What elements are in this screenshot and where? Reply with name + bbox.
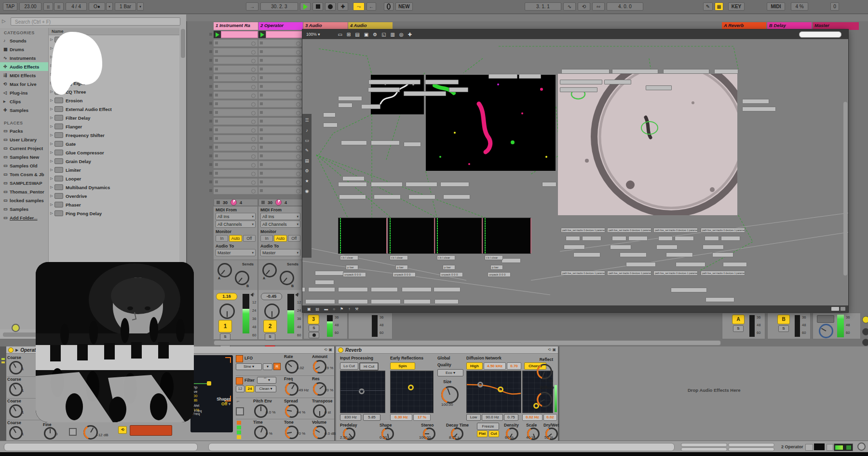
max-object-box-labeled[interactable]: p bar bbox=[490, 265, 503, 270]
scene-stop-dot[interactable] bbox=[209, 172, 212, 175]
quality-chooser[interactable]: Eco ▾ bbox=[437, 369, 463, 376]
send-b-knob[interactable]: B bbox=[280, 271, 294, 285]
clip-play-button[interactable] bbox=[258, 31, 266, 38]
scene-stop-dot[interactable] bbox=[209, 128, 212, 131]
max-object-box[interactable] bbox=[620, 252, 647, 257]
scene-stop-dot[interactable] bbox=[209, 146, 212, 149]
input-freq-value[interactable]: 830 Hz bbox=[340, 414, 361, 421]
hot-swap-icon[interactable]: ⟲ bbox=[548, 347, 551, 352]
max-object-box[interactable] bbox=[305, 299, 335, 304]
max-object-box-labeled[interactable]: unpack 0 0 0 bbox=[488, 272, 511, 277]
max-object-box[interactable] bbox=[341, 140, 367, 145]
max-object-box[interactable] bbox=[582, 236, 601, 241]
arrangement-position[interactable]: 30. 2. 3 bbox=[260, 2, 298, 11]
diffuse-knob[interactable] bbox=[537, 392, 552, 407]
empty-clip-slot[interactable] bbox=[258, 152, 303, 160]
max-object-box[interactable] bbox=[612, 236, 626, 241]
low-shelf-button[interactable]: Low bbox=[466, 414, 481, 421]
chorus-rate-value[interactable]: 0.02 Hz bbox=[522, 414, 542, 421]
max-object-box[interactable] bbox=[519, 74, 541, 79]
scene-stop-dot[interactable] bbox=[209, 33, 212, 36]
max-object-box[interactable] bbox=[626, 262, 656, 267]
max-object-box[interactable] bbox=[703, 245, 724, 249]
stop-square-icon[interactable] bbox=[217, 201, 220, 204]
low-gain-value[interactable]: 0.75 bbox=[504, 414, 518, 421]
pan-knob[interactable] bbox=[219, 304, 235, 319]
max-zoom-dropdown[interactable]: 100% ▾ bbox=[306, 32, 320, 37]
max-side-icon-4[interactable]: ▤ bbox=[305, 158, 309, 163]
max-object-box[interactable] bbox=[308, 287, 335, 292]
solo-button[interactable]: S bbox=[220, 333, 231, 340]
spin-amount-value[interactable]: 17 % bbox=[413, 414, 431, 421]
empty-clip-slot[interactable] bbox=[258, 57, 303, 64]
flat-button[interactable]: Flat bbox=[477, 430, 488, 437]
lfo-on-button[interactable] bbox=[236, 355, 243, 362]
live-path-object-box[interactable]: path live_set tracks 0 devices 1 paramet… bbox=[607, 271, 651, 276]
scene-stop-dot[interactable] bbox=[209, 163, 212, 166]
send-a-knob[interactable]: A bbox=[217, 263, 232, 277]
spin-freq-value[interactable]: 0.30 Hz bbox=[390, 414, 412, 421]
track-header-2-operator[interactable]: 2 Operator bbox=[258, 22, 303, 30]
low-freq-value[interactable]: 90.0 Hz bbox=[482, 414, 503, 421]
max-object-box[interactable] bbox=[610, 245, 631, 249]
clip-slot-playing[interactable] bbox=[214, 31, 258, 38]
loop-length-field[interactable]: 4. 0. 0 bbox=[607, 2, 643, 11]
max-object-box[interactable] bbox=[338, 103, 353, 108]
expand-triangle-icon[interactable]: ▷ bbox=[49, 185, 54, 189]
browser-device-external-audio-effect[interactable]: ▷External Audio Effect bbox=[49, 105, 179, 113]
max-object-box[interactable] bbox=[742, 99, 769, 104]
empty-clip-slot[interactable] bbox=[258, 118, 303, 125]
scrollbar-segment[interactable] bbox=[208, 443, 675, 451]
loop-start-field[interactable]: 3. 1. 1 bbox=[525, 2, 561, 11]
clip[interactable] bbox=[221, 31, 258, 38]
draw-mode-button[interactable]: ✎ bbox=[703, 2, 713, 11]
expand-triangle-icon[interactable]: ▷ bbox=[49, 151, 54, 154]
device-view-selector-strip[interactable] bbox=[0, 346, 6, 441]
scene-stop-dot[interactable] bbox=[209, 76, 212, 79]
max-object-box[interactable] bbox=[338, 287, 368, 292]
browser-device-filter-delay[interactable]: ▷Filter Delay bbox=[49, 113, 179, 122]
max-object-box[interactable] bbox=[449, 87, 468, 92]
max-bottom-icon-3[interactable]: ○ bbox=[333, 307, 335, 311]
empty-clip-slot[interactable] bbox=[258, 100, 303, 108]
empty-clip-slot[interactable] bbox=[258, 187, 303, 194]
loop-button[interactable]: ⟲ bbox=[578, 2, 590, 11]
max-bottom-icon-2[interactable]: ▬ bbox=[324, 307, 328, 311]
max-object-box[interactable] bbox=[566, 236, 580, 241]
hi-gain-value[interactable]: 0.70 bbox=[507, 362, 521, 370]
max-bottom-icon-4[interactable]: ⚑ bbox=[340, 307, 343, 311]
browser-scrollbar[interactable] bbox=[181, 29, 185, 58]
diffusion-display[interactable] bbox=[466, 371, 521, 413]
max-object-box[interactable] bbox=[338, 299, 368, 304]
empty-clip-slot[interactable] bbox=[214, 161, 258, 168]
osc-led-1[interactable] bbox=[237, 421, 241, 425]
input-channel-chooser[interactable]: All Channels▾ bbox=[260, 221, 300, 228]
filter-slope-24[interactable]: 24 bbox=[245, 386, 254, 392]
browser-device-looper[interactable]: ▷Looper bbox=[49, 174, 179, 183]
computer-midi-keyboard-button[interactable]: ▦ bbox=[715, 2, 723, 11]
scene-stop-dot[interactable] bbox=[209, 137, 212, 140]
browser-device-multiband-dynamics[interactable]: ▷Multiband Dynamics bbox=[49, 183, 179, 192]
stop-square-icon[interactable] bbox=[261, 201, 265, 204]
max-object-box[interactable] bbox=[371, 140, 400, 145]
cue-volume-knob[interactable] bbox=[819, 324, 833, 338]
hi-shelf-handle[interactable] bbox=[498, 387, 503, 392]
reverb-device[interactable]: Reverb ⟲▣ Input Processing Lo Cut Hi Cut… bbox=[336, 346, 559, 441]
play-button[interactable] bbox=[300, 2, 311, 11]
solo-button-3[interactable]: S bbox=[309, 325, 319, 332]
groove-menu-arrow[interactable]: ▾ bbox=[106, 2, 113, 11]
empty-clip-slot[interactable] bbox=[258, 144, 303, 151]
empty-clip-slot[interactable] bbox=[258, 66, 303, 73]
max-object-box[interactable] bbox=[404, 299, 431, 304]
empty-clip-slot[interactable] bbox=[214, 66, 258, 73]
max-object-box[interactable] bbox=[440, 182, 469, 187]
return-activator-b[interactable]: B bbox=[777, 315, 790, 324]
place-item-add-folder-[interactable]: ▭Add Folder... bbox=[0, 213, 48, 222]
send-b-knob[interactable]: B bbox=[235, 271, 249, 285]
time-signature-field[interactable]: 4 / 4 bbox=[66, 2, 87, 11]
scene-stop-dot[interactable] bbox=[209, 154, 212, 157]
max-bottom-icon-0[interactable]: ▣ bbox=[307, 307, 311, 311]
empty-device-drop-zone[interactable]: Drop Audio Effects Here bbox=[560, 346, 868, 441]
reflect-knob[interactable] bbox=[537, 364, 552, 379]
max-patch-canvas[interactable]: path live_set tracks 0 devices 1 paramet… bbox=[302, 39, 848, 305]
